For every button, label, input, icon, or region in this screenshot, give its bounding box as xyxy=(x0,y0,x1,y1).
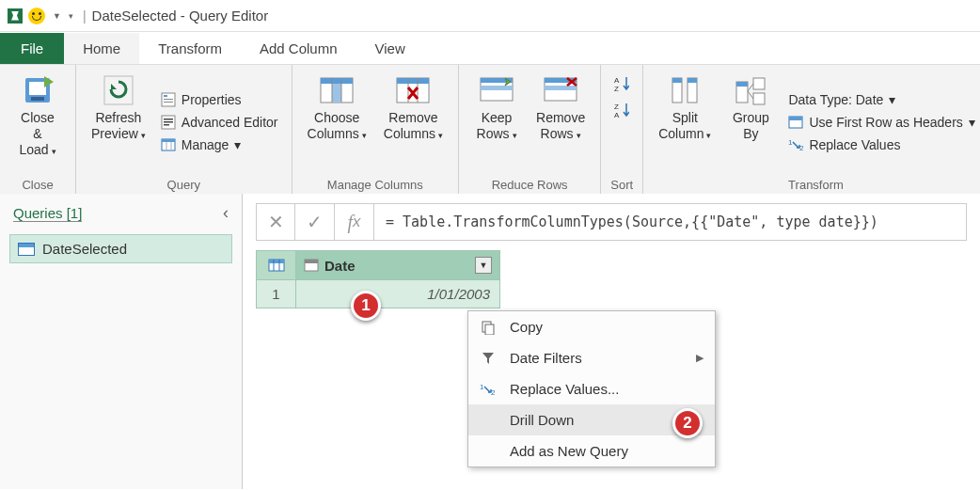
svg-rect-1 xyxy=(29,82,46,95)
formula-input[interactable]: = Table.TransformColumnTypes(Source,{{"D… xyxy=(374,203,967,241)
svg-rect-6 xyxy=(164,99,173,100)
column-name: Date xyxy=(324,258,356,274)
collapse-panel-icon[interactable]: ‹ xyxy=(223,203,229,223)
remove-columns-icon xyxy=(395,72,431,108)
tab-view[interactable]: View xyxy=(356,33,424,64)
svg-rect-37 xyxy=(672,78,682,83)
remove-rows-button[interactable]: RemoveRows▾ xyxy=(530,69,591,176)
keep-rows-button[interactable]: KeepRows▾ xyxy=(468,69,525,176)
close-load-icon xyxy=(22,72,54,108)
sort-desc-icon: ZA xyxy=(614,103,629,118)
qat-dropdown-2[interactable]: ▾ xyxy=(69,11,73,21)
choose-columns-icon xyxy=(319,72,355,108)
group-close: Close xyxy=(9,176,66,192)
context-menu: Copy Date Filters ▶ 12 Replace Values...… xyxy=(467,310,716,467)
column-filter-button[interactable]: ▼ xyxy=(475,257,492,274)
fx-button[interactable]: fx xyxy=(335,203,374,241)
callout-1: 1 xyxy=(351,291,381,321)
group-reduce-rows: Reduce Rows xyxy=(468,176,591,192)
queries-header: Queries [1] xyxy=(13,205,82,222)
remove-rows-icon xyxy=(543,72,578,108)
keep-rows-icon xyxy=(479,72,514,108)
svg-rect-44 xyxy=(789,117,802,120)
replace-values-icon: 12 xyxy=(788,137,803,152)
data-type-label: Data Type: Date xyxy=(788,92,883,107)
advanced-editor-button[interactable]: Advanced Editor xyxy=(157,113,282,132)
svg-rect-13 xyxy=(162,139,175,142)
properties-icon xyxy=(161,92,176,107)
column-type-icon xyxy=(304,259,319,272)
svg-rect-48 xyxy=(269,260,284,263)
first-row-label: Use First Row as Headers xyxy=(809,115,962,130)
svg-rect-11 xyxy=(164,124,169,126)
qat-dropdown[interactable]: ▼ xyxy=(53,11,61,21)
window-title: DateSelected - Query Editor xyxy=(92,8,269,24)
tab-home[interactable]: Home xyxy=(64,33,139,64)
first-row-icon xyxy=(788,115,803,130)
group-by-label: GroupBy xyxy=(733,110,769,141)
svg-rect-18 xyxy=(332,84,341,103)
formula-bar: ✕ ✓ fx = Table.TransformColumnTypes(Sour… xyxy=(256,203,967,241)
grid-corner[interactable] xyxy=(257,251,296,279)
svg-rect-41 xyxy=(753,78,765,89)
tab-add-column[interactable]: Add Column xyxy=(241,33,356,64)
menu-filters-label: Date Filters xyxy=(510,350,685,366)
excel-icon xyxy=(8,8,23,24)
cell-date-value[interactable]: 1/01/2003 xyxy=(296,280,499,308)
menu-date-filters[interactable]: Date Filters ▶ xyxy=(468,342,715,373)
query-item-label: DateSelected xyxy=(42,241,127,257)
group-transform: Transform xyxy=(653,176,979,192)
svg-rect-17 xyxy=(321,78,353,84)
manage-icon xyxy=(161,137,176,152)
cancel-formula-button[interactable]: ✕ xyxy=(256,203,295,241)
svg-rect-22 xyxy=(397,78,429,84)
group-manage-columns: Manage Columns xyxy=(302,176,450,192)
callout-2: 2 xyxy=(672,408,703,438)
svg-rect-54 xyxy=(485,324,494,335)
manage-label: Manage xyxy=(182,137,229,152)
choose-columns-label: ChooseColumns xyxy=(308,110,360,141)
data-type-button[interactable]: Data Type: Date▾ xyxy=(784,90,978,109)
remove-columns-button[interactable]: RemoveColumns▾ xyxy=(378,69,449,176)
submenu-arrow-icon: ▶ xyxy=(696,352,703,364)
replace-values-label: Replace Values xyxy=(809,137,900,152)
svg-rect-7 xyxy=(164,102,173,103)
svg-rect-52 xyxy=(305,260,318,263)
close-load-button[interactable]: Close &Load▾ xyxy=(9,69,66,176)
menu-copy[interactable]: Copy xyxy=(468,311,715,342)
svg-text:Z: Z xyxy=(614,85,619,92)
choose-columns-button[interactable]: ChooseColumns▾ xyxy=(302,69,372,176)
menu-add-new-query[interactable]: Add as New Query xyxy=(468,435,715,466)
smiley-icon[interactable] xyxy=(28,8,45,24)
refresh-preview-button[interactable]: RefreshPreview▾ xyxy=(86,69,151,176)
table-icon xyxy=(18,243,35,256)
ribbon: Close &Load▾ Close RefreshPreview▾ Prope… xyxy=(0,64,980,194)
queries-panel: Queries [1] ‹ DateSelected xyxy=(0,194,243,489)
refresh-label: RefreshPreview xyxy=(91,110,141,141)
properties-button[interactable]: Properties xyxy=(157,90,282,109)
split-column-label: SplitColumn xyxy=(658,110,703,141)
menu-replace-values[interactable]: 12 Replace Values... xyxy=(468,373,715,404)
query-item-dateselected[interactable]: DateSelected xyxy=(9,234,232,263)
replace-values-button[interactable]: 12 Replace Values xyxy=(784,135,978,154)
group-by-icon xyxy=(735,72,767,108)
refresh-icon xyxy=(103,72,134,108)
split-column-button[interactable]: SplitColumn▾ xyxy=(653,69,717,176)
manage-button[interactable]: Manage▾ xyxy=(157,135,282,154)
sort-asc-button[interactable]: AZ xyxy=(610,74,633,93)
advanced-editor-icon xyxy=(161,115,176,130)
accept-formula-button[interactable]: ✓ xyxy=(295,203,335,241)
tab-transform[interactable]: Transform xyxy=(139,33,241,64)
column-header-date[interactable]: Date ▼ xyxy=(296,251,499,279)
svg-text:2: 2 xyxy=(799,144,803,151)
group-by-button[interactable]: GroupBy xyxy=(722,69,779,176)
menu-replace-label: Replace Values... xyxy=(510,381,703,397)
svg-rect-5 xyxy=(164,95,167,97)
properties-label: Properties xyxy=(182,92,242,107)
first-row-headers-button[interactable]: Use First Row as Headers▾ xyxy=(784,113,978,132)
tab-file[interactable]: File xyxy=(0,33,64,64)
group-sort: Sort xyxy=(610,176,633,192)
svg-text:A: A xyxy=(614,111,620,119)
group-query: Query xyxy=(86,176,282,192)
sort-desc-button[interactable]: ZA xyxy=(610,101,633,119)
